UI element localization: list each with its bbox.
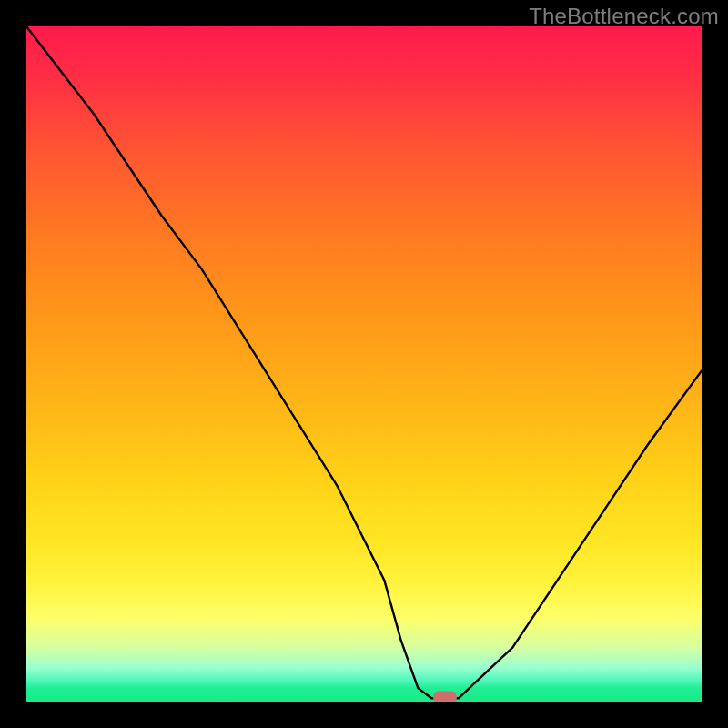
chart-frame: TheBottleneck.com: [0, 0, 728, 728]
min-marker: [433, 691, 457, 702]
watermark-text: TheBottleneck.com: [529, 4, 719, 29]
curve-layer: [26, 26, 702, 702]
bottleneck-curve: [26, 26, 702, 698]
plot-area: [26, 26, 702, 702]
